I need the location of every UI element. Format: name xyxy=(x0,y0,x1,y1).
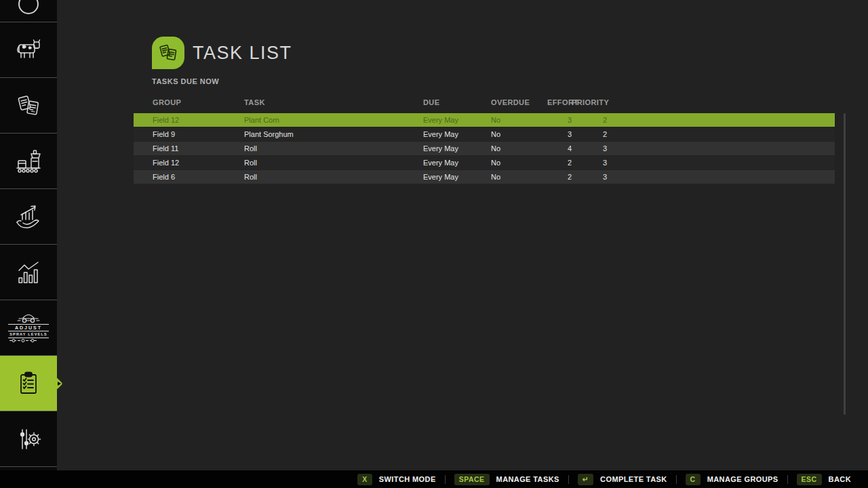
cell-due: Every May xyxy=(423,159,491,167)
table-row[interactable]: Field 12 Plant Corn Every May No 3 2 xyxy=(134,113,835,127)
selected-tab-arrow-icon xyxy=(58,382,61,386)
cell-effort: 3 xyxy=(547,130,572,138)
cell-due: Every May xyxy=(423,144,491,152)
task-list-page-icon xyxy=(152,37,184,69)
sidebar-item-tuning[interactable] xyxy=(0,411,57,467)
column-header-priority: PRIORITY xyxy=(572,98,610,106)
cell-task: Roll xyxy=(244,144,423,152)
cell-priority: 2 xyxy=(572,116,610,124)
cell-overdue: No xyxy=(491,144,547,152)
sidebar-item-adjust-spray-levels[interactable]: ADJUST SPRAY LEVELS xyxy=(0,300,57,356)
key-badge-x: X xyxy=(357,474,372,485)
column-header-group: GROUP xyxy=(153,98,244,106)
cell-task: Roll xyxy=(244,159,423,167)
cell-task: Plant Sorghum xyxy=(244,130,423,138)
adjust-spray-levels-icon: ADJUST SPRAY LEVELS xyxy=(8,313,49,343)
sidebar-item-production[interactable] xyxy=(0,134,57,189)
cell-due: Every May xyxy=(423,173,491,181)
cell-group: Field 9 xyxy=(153,130,244,138)
section-label: TASKS DUE NOW xyxy=(152,77,219,85)
documents-icon xyxy=(157,41,180,64)
task-list-clipboard-icon xyxy=(14,369,43,398)
cell-due: Every May xyxy=(423,130,491,138)
cell-task: Plant Corn xyxy=(244,116,423,124)
cell-priority: 3 xyxy=(572,173,610,181)
page-title: TASK LIST xyxy=(193,43,292,64)
column-header-effort: EFFORT xyxy=(547,98,572,106)
documents-icon xyxy=(14,92,43,120)
enter-key-icon: ↵ xyxy=(578,474,593,485)
table-row[interactable]: Field 9 Plant Sorghum Every May No 3 2 xyxy=(134,127,835,141)
table-scrollbar[interactable] xyxy=(844,113,846,415)
key-badge-space: SPACE xyxy=(454,474,490,485)
cell-due: Every May xyxy=(423,116,491,124)
table-row[interactable]: Field 11 Roll Every May No 4 3 xyxy=(134,142,835,155)
statistics-bars-icon xyxy=(14,259,43,286)
cell-priority: 3 xyxy=(572,159,610,167)
cell-effort: 4 xyxy=(547,144,572,152)
column-header-overdue: OVERDUE xyxy=(491,98,547,106)
table-row[interactable]: Field 12 Roll Every May No 2 3 xyxy=(134,156,835,169)
sidebar-item-contracts[interactable] xyxy=(0,78,57,134)
key-badge-c: C xyxy=(686,474,701,485)
sidebar-item-animals[interactable] xyxy=(0,22,57,78)
tuning-settings-icon xyxy=(14,425,43,453)
cell-effort: 2 xyxy=(547,173,572,181)
hotkey-switch-mode[interactable]: X SWITCH MODE xyxy=(349,474,444,485)
cow-icon xyxy=(14,37,43,63)
circle-icon xyxy=(18,0,39,14)
cell-group: Field 12 xyxy=(153,159,244,167)
sidebar: ADJUST SPRAY LEVELS xyxy=(0,0,57,470)
table-header-row: GROUP TASK DUE OVERDUE EFFORT PRIORITY xyxy=(134,96,835,109)
cell-task: Roll xyxy=(244,173,423,181)
hotkey-bar: X SWITCH MODE SPACE MANAGE TASKS ↵ COMPL… xyxy=(0,470,868,488)
hotkey-label: MANAGE GROUPS xyxy=(707,475,778,483)
sidebar-item-statistics[interactable] xyxy=(0,245,57,300)
cell-overdue: No xyxy=(491,159,547,167)
hotkey-label: BACK xyxy=(829,475,851,483)
column-header-task: TASK xyxy=(244,98,423,106)
production-line-icon xyxy=(14,148,43,175)
sales-chart-hand-icon xyxy=(13,203,44,231)
cell-group: Field 6 xyxy=(153,173,244,181)
hotkey-manage-tasks[interactable]: SPACE MANAGE TASKS xyxy=(446,474,568,485)
hotkey-manage-groups[interactable]: C MANAGE GROUPS xyxy=(677,474,787,485)
cell-overdue: No xyxy=(491,116,547,124)
sidebar-item-top[interactable] xyxy=(0,0,57,22)
cell-overdue: No xyxy=(491,130,547,138)
cell-group: Field 11 xyxy=(153,144,244,152)
cell-group: Field 12 xyxy=(153,116,244,124)
column-header-due: DUE xyxy=(423,98,491,106)
cell-priority: 3 xyxy=(572,144,610,152)
task-table: GROUP TASK DUE OVERDUE EFFORT PRIORITY F… xyxy=(134,96,835,184)
hotkey-label: COMPLETE TASK xyxy=(600,475,667,483)
cell-priority: 2 xyxy=(572,130,610,138)
key-badge-esc: ESC xyxy=(797,474,822,485)
cell-effort: 3 xyxy=(547,116,572,124)
cell-effort: 2 xyxy=(547,159,572,167)
sidebar-item-sales[interactable] xyxy=(0,189,57,245)
sidebar-item-task-list[interactable] xyxy=(0,356,57,411)
hotkey-complete-task[interactable]: ↵ COMPLETE TASK xyxy=(569,474,676,485)
hotkey-label: SWITCH MODE xyxy=(379,475,436,483)
hotkey-label: MANAGE TASKS xyxy=(496,475,559,483)
hotkey-back[interactable]: ESC BACK xyxy=(788,474,860,485)
cell-overdue: No xyxy=(491,173,547,181)
table-row[interactable]: Field 6 Roll Every May No 2 3 xyxy=(134,170,835,184)
